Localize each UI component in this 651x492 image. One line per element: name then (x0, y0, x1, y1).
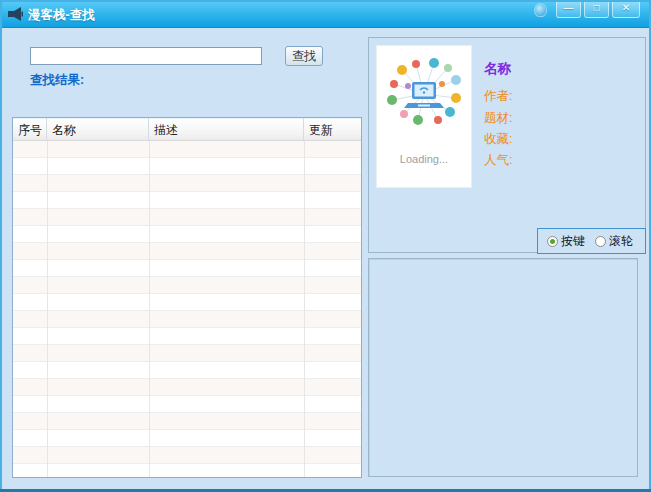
detail-name-label: 名称 (484, 60, 511, 78)
search-input[interactable] (30, 47, 262, 65)
minimize-button[interactable]: — (556, 0, 581, 18)
radio-button-icon[interactable] (547, 236, 558, 247)
skin-icon[interactable] (534, 3, 547, 17)
radio-option-wheel[interactable]: 滚轮 (595, 233, 633, 250)
radio-option-label: 滚轮 (609, 233, 633, 250)
cover-illustration-icon (382, 54, 466, 138)
detail-favorites-label: 收藏: (484, 131, 512, 148)
detail-genre-label: 题材: (484, 110, 512, 127)
results-table-header: 序号 名称 描述 更新 (13, 118, 361, 141)
mode-selector-box: 按键 滚轮 (537, 228, 646, 254)
bottom-content-panel (368, 258, 638, 477)
column-header-description[interactable]: 描述 (149, 118, 304, 140)
cover-loading-text: Loading... (377, 153, 471, 165)
cover-image-placeholder: Loading... (377, 46, 471, 187)
column-header-index[interactable]: 序号 (13, 118, 47, 140)
detail-panel: Loading... 名称 作者: 题材: 收藏: 人气: (368, 37, 646, 253)
search-button[interactable]: 查找 (285, 46, 323, 66)
app-window: 漫客栈-查找 — □ ✕ 查找 查找结果: 序号 名称 描述 更新 (0, 0, 651, 492)
close-button[interactable]: ✕ (612, 0, 640, 18)
results-table[interactable]: 序号 名称 描述 更新 (12, 117, 362, 478)
detail-author-label: 作者: (484, 88, 512, 105)
radio-option-label: 按键 (561, 233, 585, 250)
maximize-button[interactable]: □ (584, 0, 609, 18)
search-results-label: 查找结果: (30, 72, 84, 89)
results-table-body[interactable] (13, 141, 361, 477)
radio-option-key[interactable]: 按键 (547, 233, 585, 250)
column-divider (149, 141, 150, 477)
detail-popularity-label: 人气: (484, 152, 512, 169)
window-title: 漫客栈-查找 (28, 7, 95, 24)
titlebar: 漫客栈-查找 — □ ✕ (0, 0, 651, 28)
column-divider (47, 141, 48, 477)
column-divider (304, 141, 305, 477)
radio-button-icon[interactable] (595, 236, 606, 247)
column-header-name[interactable]: 名称 (47, 118, 149, 140)
app-logo-icon (8, 7, 23, 21)
column-header-update[interactable]: 更新 (304, 118, 361, 140)
